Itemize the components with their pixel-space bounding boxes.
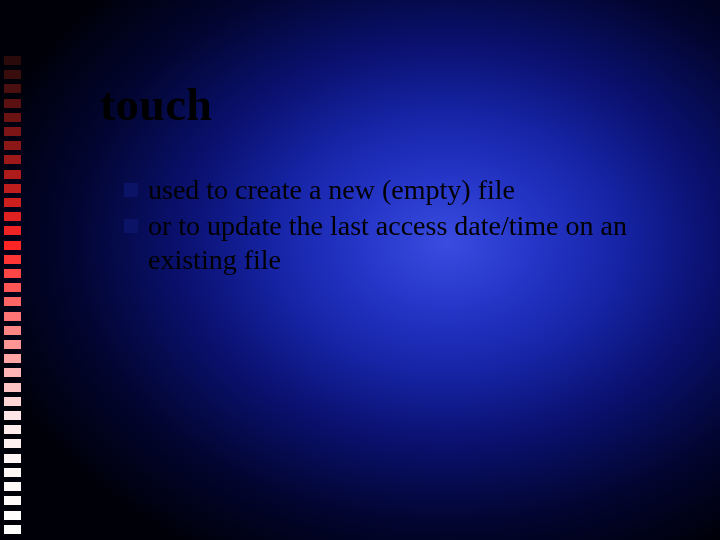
deco-square	[4, 511, 21, 520]
bullet-list: used to create a new (empty) file or to …	[124, 173, 690, 277]
deco-square	[4, 425, 21, 434]
slide: touch used to create a new (empty) file …	[0, 0, 720, 540]
deco-square	[4, 297, 21, 306]
deco-square	[4, 155, 21, 164]
deco-square	[4, 439, 21, 448]
deco-square	[4, 368, 21, 377]
deco-square	[4, 496, 21, 505]
deco-square	[4, 184, 21, 193]
bullet-text: used to create a new (empty) file	[148, 173, 690, 207]
deco-square	[4, 127, 21, 136]
deco-square	[4, 84, 21, 93]
list-item: used to create a new (empty) file	[124, 173, 690, 207]
deco-square	[4, 56, 21, 65]
deco-square	[4, 141, 21, 150]
slide-title: touch	[100, 78, 690, 131]
deco-square	[4, 468, 21, 477]
deco-square	[4, 354, 21, 363]
deco-square	[4, 269, 21, 278]
deco-square	[4, 255, 21, 264]
deco-square	[4, 525, 21, 534]
deco-square	[4, 226, 21, 235]
deco-square	[4, 312, 21, 321]
deco-square	[4, 170, 21, 179]
deco-square	[4, 411, 21, 420]
slide-content: touch used to create a new (empty) file …	[100, 78, 690, 279]
sidebar-decoration	[4, 56, 21, 534]
deco-square	[4, 198, 21, 207]
deco-square	[4, 241, 21, 250]
deco-square	[4, 482, 21, 491]
bullet-text: or to update the last access date/time o…	[148, 209, 690, 277]
deco-square	[4, 454, 21, 463]
deco-square	[4, 70, 21, 79]
deco-square	[4, 99, 21, 108]
deco-square	[4, 283, 21, 292]
deco-square	[4, 340, 21, 349]
list-item: or to update the last access date/time o…	[124, 209, 690, 277]
deco-square	[4, 212, 21, 221]
deco-square	[4, 326, 21, 335]
square-bullet-icon	[124, 219, 138, 233]
deco-square	[4, 383, 21, 392]
deco-square	[4, 113, 21, 122]
deco-square	[4, 397, 21, 406]
square-bullet-icon	[124, 183, 138, 197]
